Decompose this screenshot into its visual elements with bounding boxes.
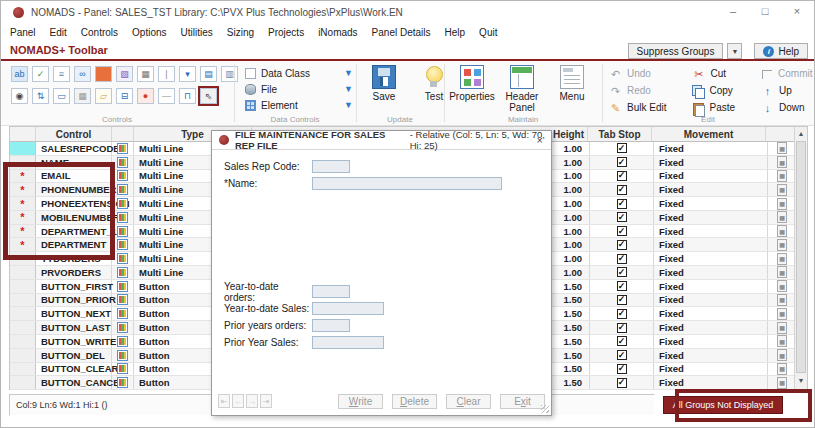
movement-cell[interactable]: Fixed — [654, 294, 768, 307]
control-name-cell[interactable]: PRVORDERS — [36, 266, 112, 279]
calculator-icon[interactable]: ▦ — [777, 280, 787, 292]
resize-grip[interactable] — [541, 405, 549, 413]
calc-cell[interactable]: ▦ — [768, 170, 796, 183]
control-name-cell[interactable]: YTDORDERS — [36, 252, 112, 265]
calculator-icon[interactable]: ▦ — [777, 322, 787, 334]
menu-item-help[interactable]: Help — [445, 27, 466, 38]
grid-header-height[interactable]: Height — [550, 127, 588, 141]
checkbox-checked-icon[interactable]: ✓ — [617, 378, 627, 388]
separator-icon[interactable]: — — [158, 88, 175, 104]
height-cell[interactable]: 1.50 — [552, 294, 590, 307]
movement-cell[interactable]: Fixed — [654, 349, 768, 362]
calculator-icon[interactable]: ▦ — [777, 377, 787, 389]
scroll-up-icon[interactable]: ▲ — [795, 127, 807, 140]
row-selector-cell[interactable]: * — [10, 225, 36, 238]
movement-cell[interactable]: Fixed — [654, 376, 768, 389]
calculator-icon[interactable]: ▦ — [777, 253, 787, 265]
chevron-down-icon[interactable]: ▼ — [344, 68, 353, 78]
grid-header-tab-stop[interactable]: Tab Stop — [588, 127, 652, 141]
data-class-item[interactable]: Data Class▼ — [245, 65, 353, 81]
control-name-cell[interactable]: BUTTON_PRIOR — [36, 294, 112, 307]
menu-item-controls[interactable]: Controls — [81, 27, 118, 38]
row-selector-cell[interactable] — [10, 156, 36, 169]
chart-icon[interactable]: ▧ — [116, 66, 133, 82]
tab-stop-cell[interactable]: ✓ — [590, 211, 654, 224]
field-input-sales-rep-code[interactable] — [312, 160, 350, 173]
control-name-cell[interactable]: BUTTON_NEXT — [36, 307, 112, 320]
height-cell[interactable]: 1.50 — [552, 321, 590, 334]
maximize-icon[interactable]: □ — [758, 5, 772, 17]
movement-cell[interactable]: Fixed — [654, 280, 768, 293]
next-record-button[interactable]: → — [246, 394, 258, 408]
height-cell[interactable]: 1.00 — [552, 225, 590, 238]
spin-box-icon[interactable]: ⇅ — [32, 88, 49, 104]
checkbox-checked-icon[interactable]: ✓ — [617, 240, 627, 250]
row-selector-cell[interactable]: * — [10, 211, 36, 224]
tab-stop-cell[interactable]: ✓ — [590, 294, 654, 307]
movement-cell[interactable]: Fixed — [654, 266, 768, 279]
tab-stop-cell[interactable]: ✓ — [590, 280, 654, 293]
hot-key-icon[interactable]: ▦ — [74, 88, 91, 104]
height-cell[interactable]: 1.50 — [552, 349, 590, 362]
height-cell[interactable]: 1.50 — [552, 376, 590, 389]
menu-item-projects[interactable]: Projects — [268, 27, 304, 38]
checkbox-checked-icon[interactable]: ✓ — [617, 323, 627, 333]
checkbox-checked-icon[interactable]: ✓ — [617, 309, 627, 319]
vertical-scrollbar[interactable]: ▲ ▼ — [794, 127, 807, 389]
minimize-icon[interactable]: – — [726, 5, 740, 17]
calc-cell[interactable]: ▦ — [768, 349, 796, 362]
height-cell[interactable]: 1.50 — [552, 280, 590, 293]
movement-cell[interactable]: Fixed — [654, 252, 768, 265]
row-selector-cell[interactable] — [10, 335, 36, 348]
row-selector-cell[interactable] — [10, 349, 36, 362]
cut-button[interactable]: ✂Cut — [692, 67, 735, 80]
down-button[interactable]: ↓Down — [761, 101, 812, 114]
tab-stop-cell[interactable]: ✓ — [590, 252, 654, 265]
calc-cell[interactable]: ▦ — [768, 197, 796, 210]
copy-button[interactable]: Copy — [692, 84, 735, 97]
write-button[interactable]: Write — [338, 394, 383, 409]
scrollbar-thumb[interactable] — [796, 141, 806, 373]
calculator-icon[interactable]: ▦ — [777, 184, 787, 196]
control-name-cell[interactable]: DEPARTMENT_1 — [36, 225, 112, 238]
height-cell[interactable]: 1.50 — [552, 363, 590, 376]
tab-stop-cell[interactable]: ✓ — [590, 335, 654, 348]
control-name-cell[interactable]: SALESREPCODE — [36, 142, 112, 155]
calc-cell[interactable]: ▦ — [768, 266, 796, 279]
control-name-cell[interactable]: PHONENUMBER — [36, 183, 112, 196]
checkbox-checked-icon[interactable]: ✓ — [617, 281, 627, 291]
row-selector-cell[interactable] — [10, 376, 36, 389]
calculator-icon[interactable]: ▦ — [777, 211, 787, 223]
height-cell[interactable]: 1.00 — [552, 197, 590, 210]
suppress-groups-arrow-icon[interactable]: ▼ — [727, 43, 742, 59]
calc-cell[interactable]: ▦ — [768, 142, 796, 155]
checkbox-checked-icon[interactable]: ✓ — [617, 295, 627, 305]
tab-stop-cell[interactable]: ✓ — [590, 376, 654, 389]
first-record-button[interactable]: ⇤ — [218, 394, 230, 408]
checkbox-checked-icon[interactable]: ✓ — [617, 350, 627, 360]
movement-cell[interactable]: Fixed — [654, 225, 768, 238]
clear-button[interactable]: Clear — [446, 394, 491, 409]
height-cell[interactable]: 1.50 — [552, 307, 590, 320]
tab-stop-cell[interactable]: ✓ — [590, 156, 654, 169]
exit-button[interactable]: Exit — [500, 394, 545, 409]
drop-box-icon[interactable]: ▾ — [179, 66, 196, 82]
list-box-icon[interactable]: ≡ — [53, 66, 70, 82]
height-cell[interactable]: 1.00 — [552, 170, 590, 183]
checkbox-checked-icon[interactable]: ✓ — [617, 254, 627, 264]
tab-stop-cell[interactable]: ✓ — [590, 225, 654, 238]
row-selector-cell[interactable] — [10, 307, 36, 320]
help-button[interactable]: iHelp — [754, 43, 808, 59]
last-record-button[interactable]: ⇥ — [260, 394, 272, 408]
element-item[interactable]: Element▼ — [245, 97, 353, 113]
calculator-icon[interactable]: ▦ — [777, 349, 787, 361]
row-selector-cell[interactable]: * — [10, 170, 36, 183]
chevron-down-icon[interactable]: ▼ — [344, 100, 353, 110]
control-name-cell[interactable]: DEPARTMENT — [36, 238, 112, 251]
movement-cell[interactable]: Fixed — [654, 321, 768, 334]
chevron-down-icon[interactable]: ▼ — [344, 84, 353, 94]
movement-cell[interactable]: Fixed — [654, 156, 768, 169]
movement-cell[interactable]: Fixed — [654, 197, 768, 210]
checkbox-checked-icon[interactable]: ✓ — [617, 143, 627, 153]
calc-cell[interactable]: ▦ — [768, 225, 796, 238]
